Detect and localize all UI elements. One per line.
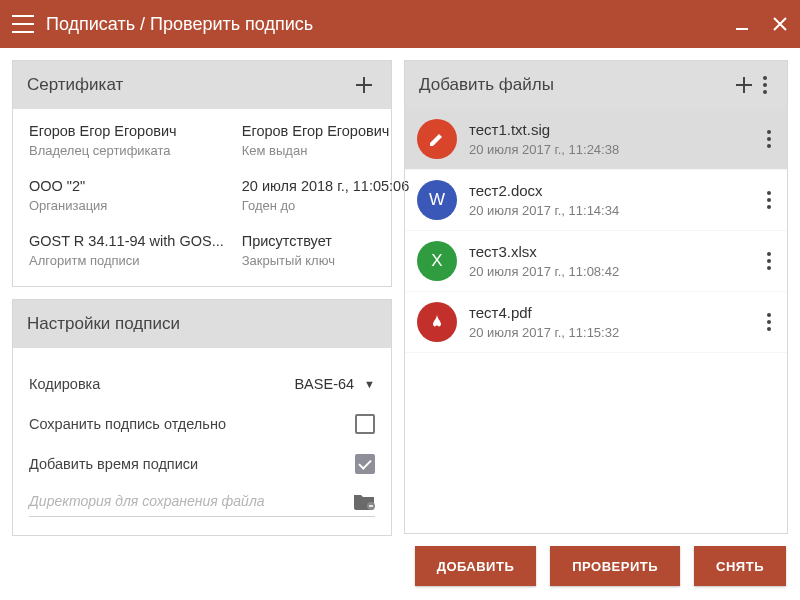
file-date: 20 июля 2017 г., 11:24:38: [469, 142, 749, 157]
file-meta: тест1.txt.sig20 июля 2017 г., 11:24:38: [469, 121, 749, 157]
file-menu-button[interactable]: [761, 307, 777, 337]
folder-icon[interactable]: [353, 492, 375, 510]
minimize-icon[interactable]: [734, 16, 750, 32]
file-type-icon: X: [417, 241, 457, 281]
file-type-icon: W: [417, 180, 457, 220]
cert-issuer: Егоров Егор Егорович Кем выдан: [242, 123, 410, 158]
cert-owner-label: Владелец сертификата: [29, 143, 224, 158]
file-row[interactable]: тест4.pdf20 июля 2017 г., 11:15:32: [405, 292, 787, 353]
save-sig-label: Сохранить подпись отдельно: [29, 416, 355, 432]
file-list: тест1.txt.sig20 июля 2017 г., 11:24:38Wт…: [405, 109, 787, 533]
save-sig-row: Сохранить подпись отдельно: [29, 404, 375, 444]
file-menu-button[interactable]: [761, 246, 777, 276]
encoding-value: BASE-64: [294, 376, 354, 392]
files-header-title: Добавить файлы: [419, 75, 554, 95]
add-time-checkbox[interactable]: [355, 454, 375, 474]
file-type-icon: [417, 302, 457, 342]
file-meta: тест4.pdf20 июля 2017 г., 11:15:32: [469, 304, 749, 340]
settings-panel: Настройки подписи Кодировка BASE-64 ▼ Со…: [12, 299, 392, 536]
file-menu-button[interactable]: [761, 124, 777, 154]
close-icon[interactable]: [772, 16, 788, 32]
certificate-header-title: Сертификат: [27, 75, 123, 95]
save-dir-row[interactable]: Директория для сохранения файла: [29, 492, 375, 517]
file-name: тест3.xlsx: [469, 243, 749, 260]
add-time-label: Добавить время подписи: [29, 456, 355, 472]
cert-algo-label: Алгоритм подписи: [29, 253, 224, 268]
add-certificate-button[interactable]: [351, 72, 377, 98]
cert-algo: GOST R 34.11-94 with GOS... Алгоритм под…: [29, 233, 224, 268]
cert-valid-value: 20 июля 2018 г., 11:05:06: [242, 178, 410, 194]
cert-owner-value: Егоров Егор Егорович: [29, 123, 224, 139]
file-date: 20 июля 2017 г., 11:15:32: [469, 325, 749, 340]
cert-org-value: ООО "2": [29, 178, 224, 194]
titlebar: Подписать / Проверить подпись: [0, 0, 800, 48]
files-menu-button[interactable]: [757, 70, 773, 100]
cert-valid-label: Годен до: [242, 198, 410, 213]
cert-org-label: Организация: [29, 198, 224, 213]
file-row[interactable]: тест1.txt.sig20 июля 2017 г., 11:24:38: [405, 109, 787, 170]
cert-key-value: Присутствует: [242, 233, 410, 249]
cert-issuer-label: Кем выдан: [242, 143, 410, 158]
add-file-button[interactable]: [731, 72, 757, 98]
file-menu-button[interactable]: [761, 185, 777, 215]
files-panel: Добавить файлы тест1.txt.sig20 июля 2017…: [404, 60, 788, 534]
encoding-label: Кодировка: [29, 376, 294, 392]
cert-org: ООО "2" Организация: [29, 178, 224, 213]
certificate-header: Сертификат: [13, 61, 391, 109]
cert-key-label: Закрытый ключ: [242, 253, 410, 268]
add-button[interactable]: ДОБАВИТЬ: [415, 546, 537, 586]
cert-owner: Егоров Егор Егорович Владелец сертификат…: [29, 123, 224, 158]
file-name: тест2.docx: [469, 182, 749, 199]
file-name: тест4.pdf: [469, 304, 749, 321]
encoding-row[interactable]: Кодировка BASE-64 ▼: [29, 364, 375, 404]
cert-valid-until: 20 июля 2018 г., 11:05:06 Годен до: [242, 178, 410, 213]
save-sig-checkbox[interactable]: [355, 414, 375, 434]
file-row[interactable]: Wтест2.docx20 июля 2017 г., 11:14:34: [405, 170, 787, 231]
certificate-panel: Сертификат Егоров Егор Егорович Владелец…: [12, 60, 392, 287]
save-dir-placeholder: Директория для сохранения файла: [29, 493, 353, 509]
file-name: тест1.txt.sig: [469, 121, 749, 138]
chevron-down-icon: ▼: [364, 378, 375, 390]
cert-issuer-value: Егоров Егор Егорович: [242, 123, 410, 139]
footer-actions: ДОБАВИТЬ ПРОВЕРИТЬ СНЯТЬ: [404, 534, 788, 588]
cert-algo-value: GOST R 34.11-94 with GOS...: [29, 233, 224, 249]
file-date: 20 июля 2017 г., 11:14:34: [469, 203, 749, 218]
add-time-row: Добавить время подписи: [29, 444, 375, 484]
files-header: Добавить файлы: [405, 61, 787, 109]
file-meta: тест3.xlsx20 июля 2017 г., 11:08:42: [469, 243, 749, 279]
settings-header: Настройки подписи: [13, 300, 391, 348]
file-date: 20 июля 2017 г., 11:08:42: [469, 264, 749, 279]
remove-button[interactable]: СНЯТЬ: [694, 546, 786, 586]
menu-icon[interactable]: [12, 15, 34, 33]
file-row[interactable]: Xтест3.xlsx20 июля 2017 г., 11:08:42: [405, 231, 787, 292]
file-type-icon: [417, 119, 457, 159]
window-title: Подписать / Проверить подпись: [46, 14, 734, 35]
cert-private-key: Присутствует Закрытый ключ: [242, 233, 410, 268]
settings-header-title: Настройки подписи: [27, 314, 180, 334]
verify-button[interactable]: ПРОВЕРИТЬ: [550, 546, 680, 586]
file-meta: тест2.docx20 июля 2017 г., 11:14:34: [469, 182, 749, 218]
